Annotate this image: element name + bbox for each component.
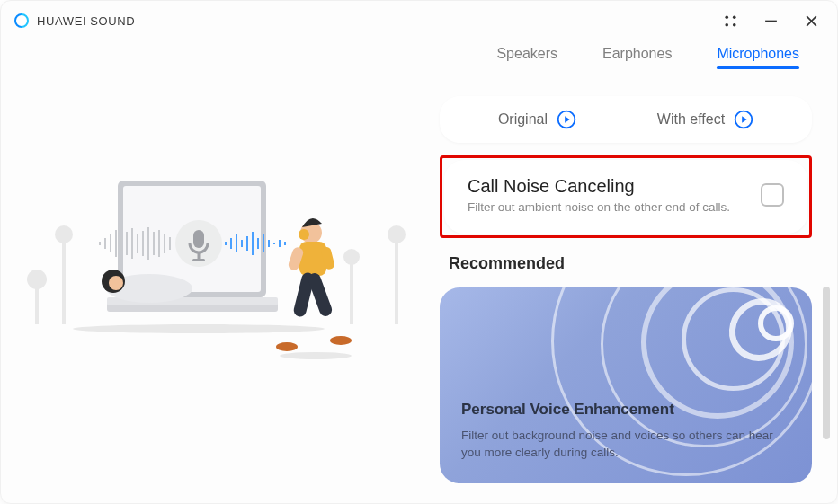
svg-point-3 <box>725 22 728 26</box>
svg-point-19 <box>280 352 352 359</box>
svg-point-12 <box>55 225 73 243</box>
svg-point-38 <box>175 220 222 267</box>
svg-rect-40 <box>198 252 201 259</box>
promo-card[interactable]: Personal Voice Enhancement Filter out ba… <box>440 287 812 483</box>
compare-card: Original With effect <box>440 96 812 143</box>
svg-point-10 <box>27 270 47 289</box>
svg-rect-60 <box>287 246 304 271</box>
svg-rect-11 <box>35 279 39 324</box>
svg-rect-20 <box>118 181 266 297</box>
play-original-icon[interactable] <box>557 110 576 129</box>
svg-point-58 <box>299 229 309 240</box>
promo-title: Personal Voice Enhancement <box>461 401 674 419</box>
svg-rect-22 <box>107 299 278 312</box>
tab-bar: Speakers Earphones Microphones <box>496 46 799 69</box>
play-witheffect-icon[interactable] <box>734 110 753 129</box>
title-left: HUAWEI SOUND <box>13 13 135 29</box>
svg-point-16 <box>388 225 406 243</box>
svg-point-56 <box>109 276 123 290</box>
recommended-heading: Recommended <box>449 254 812 273</box>
illustration-icon <box>10 145 432 378</box>
svg-rect-39 <box>193 230 204 248</box>
promo-desc: Filter out background noise and voices s… <box>461 427 790 462</box>
app-title: HUAWEI SOUND <box>37 14 135 28</box>
compare-original-label: Original <box>498 111 548 128</box>
compare-witheffect-label: With effect <box>657 111 725 128</box>
svg-rect-17 <box>395 234 398 324</box>
svg-point-2 <box>733 15 736 19</box>
more-icon[interactable] <box>723 13 738 29</box>
tab-microphones[interactable]: Microphones <box>717 46 799 69</box>
app-logo-icon <box>13 13 30 29</box>
svg-rect-13 <box>62 234 66 324</box>
titlebar: HUAWEI SOUND <box>1 1 837 40</box>
call-noise-highlight: Call Noise Canceling Filter out ambient … <box>440 155 812 238</box>
svg-point-1 <box>725 15 728 19</box>
svg-point-18 <box>73 324 325 333</box>
content-panel: Original With effect Call Noise Cancelin… <box>440 96 812 483</box>
svg-rect-62 <box>292 271 316 318</box>
svg-point-65 <box>330 336 352 345</box>
svg-rect-59 <box>299 242 326 276</box>
call-noise-card[interactable]: Call Noise Canceling Filter out ambient … <box>444 160 807 234</box>
promo-ring-icon <box>758 305 794 341</box>
svg-point-57 <box>300 222 322 243</box>
tab-earphones[interactable]: Earphones <box>602 46 672 69</box>
compare-witheffect: With effect <box>657 110 753 129</box>
scrollbar-thumb[interactable] <box>823 287 830 439</box>
svg-point-14 <box>343 249 360 265</box>
window-controls <box>723 13 819 29</box>
compare-original: Original <box>498 110 576 129</box>
svg-rect-21 <box>123 186 261 292</box>
scrollbar-track <box>823 287 830 484</box>
svg-point-4 <box>733 22 736 26</box>
svg-point-55 <box>102 270 125 293</box>
svg-rect-61 <box>320 246 335 270</box>
svg-point-54 <box>106 274 192 303</box>
tab-speakers[interactable]: Speakers <box>496 46 557 69</box>
call-noise-text: Call Noise Canceling Filter out ambient … <box>468 176 730 214</box>
svg-rect-15 <box>350 257 353 324</box>
close-icon[interactable] <box>804 13 819 29</box>
svg-point-64 <box>276 342 298 351</box>
svg-rect-23 <box>107 297 278 305</box>
minimize-icon[interactable] <box>763 13 779 29</box>
call-noise-title: Call Noise Canceling <box>468 176 730 197</box>
svg-rect-63 <box>307 271 334 318</box>
svg-rect-41 <box>192 259 205 261</box>
call-noise-checkbox[interactable] <box>761 183 784 207</box>
call-noise-desc: Filter out ambient noise on the other en… <box>468 200 730 214</box>
app-window: HUAWEI SOUND Speakers Earphones Micropho… <box>0 0 838 504</box>
